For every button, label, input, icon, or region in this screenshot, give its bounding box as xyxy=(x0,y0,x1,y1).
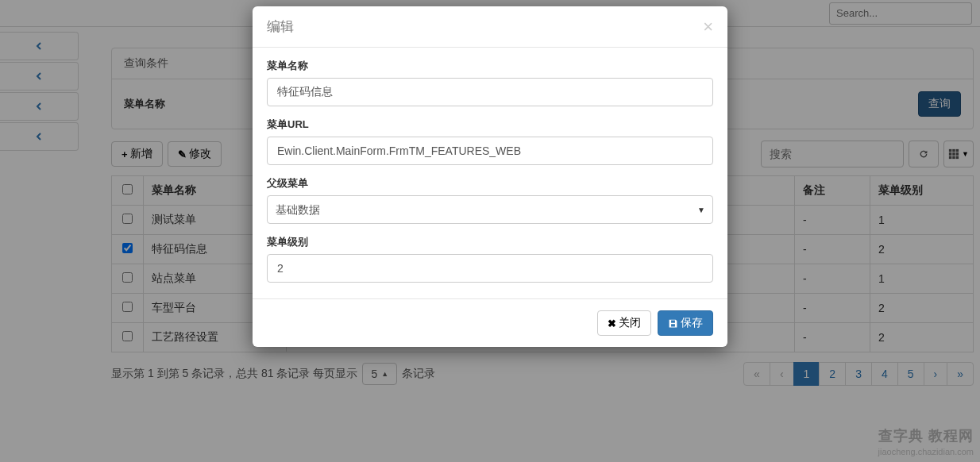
close-icon[interactable]: × xyxy=(703,18,713,36)
menu-name-input[interactable] xyxy=(267,78,713,106)
menu-url-input[interactable] xyxy=(267,137,713,165)
edit-modal: 编辑 × 菜单名称 菜单URL 父级菜单 基础数据 菜单级别 ✖关闭 保存 xyxy=(253,6,727,347)
modal-title: 编辑 xyxy=(267,17,294,36)
menu-url-label: 菜单URL xyxy=(267,117,713,132)
close-button-label: 关闭 xyxy=(619,316,641,330)
parent-menu-label: 父级菜单 xyxy=(267,176,713,191)
menu-level-label: 菜单级别 xyxy=(267,235,713,249)
parent-menu-select[interactable]: 基础数据 xyxy=(267,195,713,224)
x-icon: ✖ xyxy=(608,318,616,329)
save-icon xyxy=(668,318,678,329)
menu-level-input[interactable] xyxy=(267,254,713,283)
save-button[interactable]: 保存 xyxy=(658,310,713,336)
save-button-label: 保存 xyxy=(681,316,703,330)
menu-name-label: 菜单名称 xyxy=(267,59,713,73)
close-button[interactable]: ✖关闭 xyxy=(597,310,651,336)
